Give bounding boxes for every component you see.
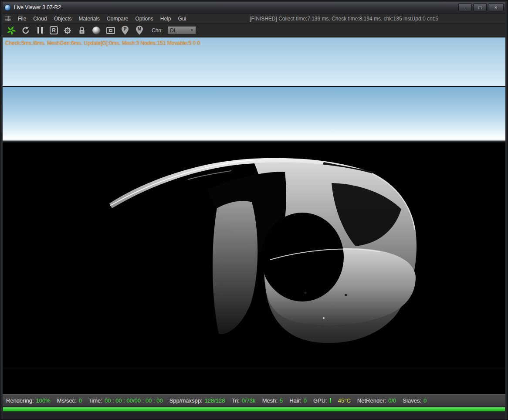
menu-item-objects[interactable]: Objects (51, 14, 75, 23)
pause-render-icon[interactable] (35, 26, 45, 35)
viewport-stats-overlay: Check:5ms./8ms. MeshGen:6ms. Update[G]:0… (5, 40, 200, 46)
live-viewer-window: Live Viewer 3.07-R2 – □ × File Cloud Obj… (0, 0, 508, 420)
window-title: Live Viewer 3.07-R2 (14, 4, 61, 10)
toolbar: R (3, 24, 505, 37)
material-picker-pin-icon[interactable]: M (135, 26, 144, 35)
status-gpu: GPU: (313, 397, 332, 404)
menu-item-cloud[interactable]: Cloud (30, 14, 50, 23)
render-viewport[interactable]: Check:5ms./8ms. MeshGen:6ms. Update[G]:0… (3, 37, 505, 394)
focus-picker-pin-icon[interactable]: P (120, 26, 130, 35)
menu-item-materials[interactable]: Materials (75, 14, 103, 23)
status-triangles: Tri:0/73k (232, 397, 256, 404)
status-mssec: Ms/sec:0 (57, 397, 82, 404)
minimize-button[interactable]: – (458, 3, 472, 11)
status-time: Time:00 : 00 : 00/00 : 00 : 00 (88, 397, 163, 404)
restart-render-icon[interactable] (21, 26, 30, 35)
svg-text:M: M (138, 27, 141, 31)
render-image[interactable] (3, 87, 505, 367)
octane-logo-icon[interactable] (7, 26, 16, 35)
region-render-button[interactable]: R (50, 26, 58, 34)
status-mesh: Mesh:5 (262, 397, 283, 404)
menu-item-options[interactable]: Options (132, 14, 156, 23)
render-progress-bar (3, 407, 505, 412)
menu-item-gui[interactable]: Gui (174, 14, 190, 23)
settings-gear-icon[interactable] (63, 26, 72, 35)
status-hair: Hair:0 (289, 397, 307, 404)
material-ball-icon[interactable] (91, 26, 101, 35)
status-spp: Spp/maxspp:128/128 (169, 397, 225, 404)
status-slaves: Slaves:0 (403, 397, 427, 404)
channel-label: Chn: (152, 27, 163, 34)
statusbar: Rendering:100% Ms/sec:0 Time:00 : 00 : 0… (3, 394, 505, 406)
close-button[interactable]: × (488, 3, 504, 11)
chevron-down-icon: ▼ (190, 28, 193, 32)
render-finish-status: [FINISHED] Collect time:7.139 ms. Check … (250, 16, 438, 22)
gpu-load-bar (329, 398, 332, 403)
app-icon (4, 4, 11, 11)
channel-dropdown-value: DL (170, 27, 176, 34)
status-netrender: NetRender:0/0 (357, 397, 396, 404)
menu-item-file[interactable]: File (14, 14, 30, 23)
titlebar[interactable]: Live Viewer 3.07-R2 – □ × (3, 2, 505, 13)
status-rendering: Rendering:100% (6, 397, 51, 404)
status-gpu-temp: 45°C (338, 397, 351, 404)
maximize-button[interactable]: □ (473, 3, 487, 11)
window-bottom-frame (3, 412, 505, 420)
menu-item-compare[interactable]: Compare (103, 14, 132, 23)
window-controls: – □ × (458, 3, 504, 11)
lock-resolution-icon[interactable] (77, 26, 87, 35)
film-region-icon[interactable] (106, 26, 115, 35)
channel-dropdown[interactable]: DL ▼ (167, 26, 196, 34)
viewport-footer (3, 367, 505, 394)
drag-grip-icon[interactable] (5, 16, 11, 21)
car-render-graphic (3, 87, 506, 367)
svg-text:P: P (124, 27, 127, 31)
menubar: File Cloud Objects Materials Compare Opt… (3, 13, 505, 24)
menu-item-help[interactable]: Help (157, 14, 175, 23)
